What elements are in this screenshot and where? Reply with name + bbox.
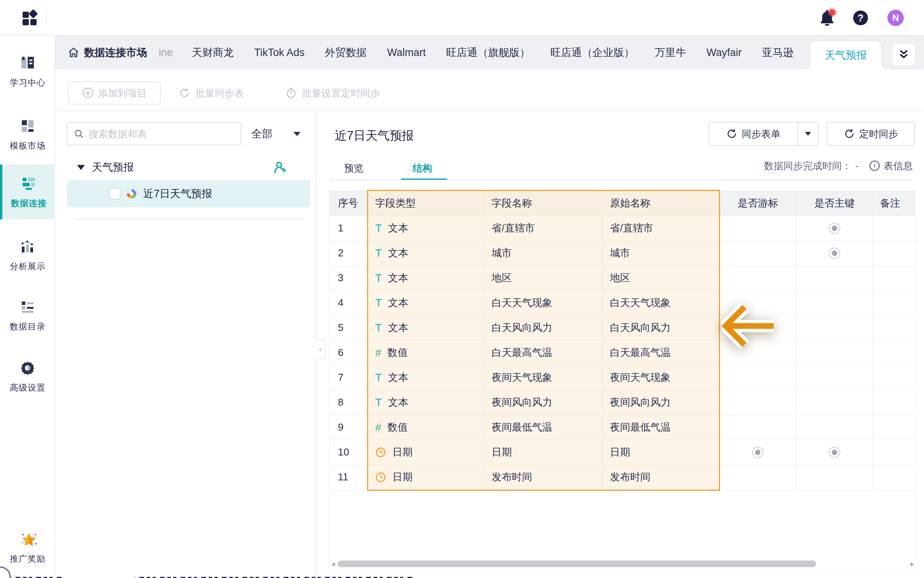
cell-num: 10 [330, 440, 368, 465]
sidebar-item-6[interactable]: 推广奖励 [0, 525, 55, 570]
market-home-label: 数据连接市场 [84, 46, 147, 60]
cell-primary [796, 340, 873, 365]
search-input[interactable] [88, 128, 234, 140]
tree-item-checkbox[interactable] [109, 188, 121, 200]
cell-note [873, 390, 915, 415]
cell-cursor [720, 390, 796, 415]
connector-tabstrip: 数据连接市场 ine 天财商龙TikTok Ads外贸数据Walmart旺店通（… [55, 36, 924, 69]
table-row[interactable]: 2 T # 文本 城市 城市 [330, 241, 915, 266]
tab-structure[interactable]: 结构 [413, 158, 432, 178]
primary-radio[interactable] [829, 247, 840, 259]
tab-2[interactable]: 外贸数据 [315, 46, 377, 60]
tree-item-label: 近7日天气预报 [143, 187, 212, 201]
scroll-left-arrow[interactable]: ◀ [330, 561, 336, 567]
tree-expand-icon[interactable] [77, 165, 85, 170]
notification-bell-icon[interactable] [820, 10, 834, 26]
datasource-panel: 全部 天气预报 近7日天气预报 [55, 110, 316, 578]
type-label: 日期 [392, 470, 413, 484]
auth-key-icon[interactable] [273, 160, 287, 174]
cell-orig: 省/直辖市 [603, 216, 720, 241]
tab-preview[interactable]: 预览 [344, 158, 364, 178]
tab-partial[interactable]: ine [159, 36, 173, 69]
timer-sync-button[interactable]: 定时同步 [827, 122, 915, 146]
expand-tabs-button[interactable] [893, 44, 915, 65]
batch-toolbar: 添加到项目 批量同步表 批量设置定时同步 [55, 69, 924, 110]
primary-radio[interactable] [829, 447, 840, 458]
table-row[interactable]: 6 T # 数值 白天最高气温 白天最高气温 [330, 340, 915, 365]
table-row[interactable]: 3 T # 文本 地区 地区 [330, 266, 915, 291]
collapse-panel-handle[interactable]: ‹ [316, 339, 326, 359]
chart-icon [19, 238, 36, 255]
tab-3[interactable]: Walmart [377, 47, 436, 59]
number-type-icon: # [375, 421, 381, 434]
sidebar-item-label: 高级设置 [10, 382, 46, 394]
tab-weather-active[interactable]: 天气预报 [811, 41, 881, 69]
cell-orig: 夜间天气现象 [603, 365, 720, 390]
tab-1[interactable]: TikTok Ads [244, 47, 315, 59]
table-row[interactable]: 4 T # 文本 白天天气现象 白天天气现象 [330, 291, 915, 315]
cell-orig: 夜间最低气温 [603, 415, 720, 440]
cell-primary [796, 241, 873, 266]
table-row[interactable]: 5 T # 文本 白天风向风力 白天风向风力 [330, 315, 915, 340]
cell-type: T # 文本 [368, 241, 485, 266]
tab-6[interactable]: 万里牛 [645, 46, 696, 60]
cell-cursor [720, 465, 796, 490]
user-avatar[interactable]: N [887, 10, 904, 26]
cell-type: T # 日期 [368, 440, 485, 465]
cell-type: T # 数值 [368, 340, 485, 365]
type-label: 文本 [388, 396, 408, 409]
tab-7[interactable]: Wayfair [696, 47, 752, 59]
help-question-mark: ? [857, 12, 864, 24]
tab-5[interactable]: 旺店通（企业版） [540, 46, 645, 60]
cell-primary [796, 365, 873, 390]
tab-0[interactable]: 天财商龙 [182, 46, 244, 60]
cell-primary [796, 415, 873, 440]
table-row[interactable]: 1 T # 文本 省/直辖市 省/直辖市 [330, 216, 915, 241]
table-info-button[interactable]: i 表信息 [870, 159, 913, 172]
table-row[interactable]: 10 T # 日期 日期 日期 [330, 440, 915, 465]
col-header-cursor: 是否游标 [720, 191, 796, 216]
cursor-radio[interactable] [752, 447, 764, 458]
sync-form-button[interactable]: 同步表单 [709, 123, 798, 145]
col-header-orig: 原始名称 [603, 191, 720, 216]
tree-item-weather7d[interactable]: 近7日天气预报 [67, 180, 310, 207]
table-row[interactable]: 8 T # 文本 夜间风向风力 夜间风向风力 [330, 390, 915, 415]
book-icon [19, 54, 36, 72]
tab-8[interactable]: 亚马逊 [752, 46, 804, 60]
sidebar-item-0[interactable]: 学习中心 [0, 44, 55, 99]
caret-down-icon [293, 132, 300, 136]
app-logo-icon[interactable] [23, 11, 38, 25]
tab-4[interactable]: 旺店通（旗舰版） [436, 46, 540, 60]
batch-schedule-button[interactable]: 批量设置定时同步 [286, 81, 380, 105]
cell-orig: 地区 [603, 266, 720, 291]
table-row[interactable]: 11 T # 日期 发布时间 发布时间 [330, 465, 915, 490]
sidebar-item-1[interactable]: 模板市场 [0, 107, 55, 162]
sidebar-item-4[interactable]: 数据目录 [0, 288, 55, 343]
cell-name: 夜间天气现象 [485, 365, 603, 390]
cell-primary [796, 315, 873, 340]
add-to-project-button[interactable]: 添加到项目 [68, 81, 161, 105]
scroll-right-arrow[interactable]: ▶ [910, 561, 915, 567]
batch-sync-button[interactable]: 批量同步表 [179, 81, 244, 105]
primary-radio[interactable] [829, 222, 840, 234]
sidebar-item-2[interactable]: 数据连接 [0, 165, 55, 219]
table-row[interactable]: 7 T # 文本 夜间天气现象 夜间天气现象 [330, 365, 915, 390]
sidebar-item-3[interactable]: 分析展示 [0, 228, 55, 282]
filter-dropdown[interactable]: 全部 [246, 122, 304, 145]
star-icon [19, 531, 36, 548]
active-tab-label: 天气预报 [825, 48, 867, 62]
scrollbar-thumb[interactable] [337, 560, 816, 567]
sync-form-caret-button[interactable] [798, 123, 818, 145]
help-icon[interactable]: ? [853, 11, 868, 25]
type-label: 文本 [388, 221, 408, 235]
cell-primary [796, 291, 873, 315]
home-icon [68, 47, 79, 58]
top-header: ? N [0, 0, 924, 36]
text-type-icon: T [375, 222, 382, 235]
market-home-link[interactable]: 数据连接市场 [68, 36, 147, 69]
horizontal-scrollbar[interactable]: ◀ ▶ [330, 560, 915, 568]
table-row[interactable]: 9 T # 数值 夜间最低气温 夜间最低气温 [330, 415, 915, 440]
type-label: 文本 [388, 271, 408, 285]
sidebar-item-5[interactable]: 高级设置 [0, 349, 55, 404]
tree-group-weather[interactable]: 天气预报 [77, 156, 287, 178]
